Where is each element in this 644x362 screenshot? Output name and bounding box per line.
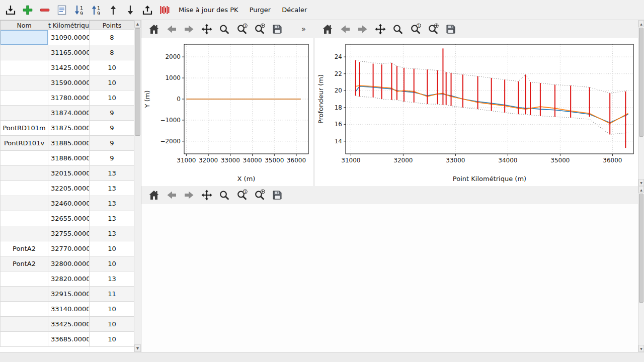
scrollbar-thumb[interactable] xyxy=(135,28,140,136)
table-cell[interactable]: 32915.0000 xyxy=(48,287,90,302)
scrollbar-thumb[interactable] xyxy=(639,28,643,137)
table-cell[interactable]: 32770.0000 xyxy=(48,241,90,256)
move-down-button[interactable] xyxy=(123,3,138,18)
table-cell[interactable] xyxy=(1,196,48,211)
table-cell[interactable]: 10 xyxy=(90,302,135,317)
home-button[interactable] xyxy=(147,189,160,202)
forward-button[interactable] xyxy=(356,23,369,36)
edit-list-button[interactable] xyxy=(54,3,69,18)
column-header-1[interactable]: t Kilométrique xyxy=(48,21,90,30)
pan-button[interactable] xyxy=(374,23,387,36)
table-cell[interactable]: 13 xyxy=(90,196,135,211)
table-cell[interactable]: 13 xyxy=(90,181,135,196)
table-cell[interactable]: 32015.0000 xyxy=(48,166,90,181)
table-cell[interactable]: 9 xyxy=(90,151,135,166)
column-header-0[interactable]: Nom xyxy=(1,21,48,30)
scroll-down-button[interactable]: ▼ xyxy=(638,345,644,352)
table-cell[interactable] xyxy=(1,181,48,196)
table-cell[interactable] xyxy=(1,151,48,166)
table-cell[interactable]: 9 xyxy=(90,121,135,136)
scroll-up-button[interactable]: ▲ xyxy=(638,20,644,27)
remove-row-button[interactable] xyxy=(37,3,52,18)
table-cell[interactable]: 31886.0000 xyxy=(48,151,90,166)
table-cell[interactable] xyxy=(1,317,48,332)
table-cell[interactable]: 32820.0000 xyxy=(48,272,90,287)
zoom-button[interactable] xyxy=(391,23,405,36)
table-cell[interactable]: 31875.0000 xyxy=(48,121,90,136)
profiles-button[interactable] xyxy=(157,3,172,18)
table-cell[interactable] xyxy=(1,287,48,302)
scrollbar-track[interactable] xyxy=(638,27,644,179)
forward-button[interactable] xyxy=(183,23,196,36)
export-button[interactable] xyxy=(140,3,155,18)
table-cell[interactable] xyxy=(1,302,48,317)
scrollbar-track[interactable] xyxy=(638,193,644,345)
table-cell[interactable] xyxy=(1,166,48,181)
zoom-plus-button[interactable] xyxy=(253,23,266,36)
add-row-button[interactable] xyxy=(20,3,35,18)
table-cell[interactable] xyxy=(1,332,48,347)
table-cell[interactable]: 32205.0000 xyxy=(48,181,90,196)
zoom-one-button[interactable]: 1 xyxy=(409,23,422,36)
table-cell[interactable]: PontA2 xyxy=(1,256,48,272)
table-cell[interactable]: 31425.0000 xyxy=(48,60,90,75)
table-cell[interactable] xyxy=(1,211,48,226)
back-button[interactable] xyxy=(339,23,352,36)
figure1-plot[interactable]: 310003200033000340003500036000−2000−1000… xyxy=(141,38,313,186)
table-cell[interactable]: 13 xyxy=(90,211,135,226)
table-cell[interactable]: 31885.0000 xyxy=(48,136,90,151)
scroll-up-button[interactable]: ▲ xyxy=(134,20,141,28)
figure3-canvas[interactable] xyxy=(141,204,638,352)
table-cell[interactable]: 10 xyxy=(90,332,135,347)
back-button[interactable] xyxy=(165,189,178,202)
figure2-canvas[interactable]: 3100032000330003400035000360001416182022… xyxy=(315,38,638,186)
table-scrollbar[interactable]: ▲ ▼ xyxy=(134,20,141,352)
bottom-plots-scrollbar[interactable]: ▲ ▼ xyxy=(638,186,644,352)
table-cell[interactable]: 11 xyxy=(90,287,135,302)
save-figure-button[interactable] xyxy=(271,189,284,202)
update-pk-button[interactable]: Mise à jour des PK xyxy=(174,4,243,16)
table-cell[interactable]: 33140.0000 xyxy=(48,302,90,317)
table-cell[interactable]: 10 xyxy=(90,317,135,332)
table-cell[interactable]: 8 xyxy=(90,45,135,60)
table-cell[interactable] xyxy=(1,75,48,90)
table-cell[interactable]: 32800.0000 xyxy=(48,256,90,272)
table-cell[interactable]: 31780.0000 xyxy=(48,90,90,106)
table-cell[interactable] xyxy=(1,30,48,45)
table-cell[interactable] xyxy=(1,226,48,241)
figure1-canvas[interactable]: 310003200033000340003500036000−2000−1000… xyxy=(141,38,313,186)
table-cell[interactable]: PontRD101v xyxy=(1,136,48,151)
move-up-button[interactable] xyxy=(106,3,121,18)
zoom-plus-button[interactable] xyxy=(427,23,440,36)
table-cell[interactable]: 10 xyxy=(90,60,135,75)
back-button[interactable] xyxy=(165,23,178,36)
table-cell[interactable]: 13 xyxy=(90,166,135,181)
table-cell[interactable]: 33685.0000 xyxy=(48,332,90,347)
table-cell[interactable]: 32460.0000 xyxy=(48,196,90,211)
column-header-2[interactable]: Points xyxy=(90,21,135,30)
table-cell[interactable]: 9 xyxy=(90,136,135,151)
scroll-up-button[interactable]: ▲ xyxy=(638,186,644,193)
top-plots-scrollbar[interactable]: ▲ ▼ xyxy=(638,20,644,186)
table-cell[interactable]: 31165.0000 xyxy=(48,45,90,60)
table-cell[interactable]: PontRD101m xyxy=(1,121,48,136)
table-cell[interactable]: 31874.0000 xyxy=(48,106,90,121)
table-cell[interactable]: 32655.0000 xyxy=(48,211,90,226)
sort-numeric-desc-button[interactable]: 19 xyxy=(71,3,87,18)
zoom-one-button[interactable]: 1 xyxy=(235,23,249,36)
zoom-plus-button[interactable] xyxy=(253,189,266,202)
table-cell[interactable]: 13 xyxy=(90,272,135,287)
pan-button[interactable] xyxy=(200,23,213,36)
table-cell[interactable]: 32755.0000 xyxy=(48,226,90,241)
table-cell[interactable]: 33425.0000 xyxy=(48,317,90,332)
table-cell[interactable] xyxy=(1,90,48,106)
figure2-plot[interactable]: 3100032000330003400035000360001416182022… xyxy=(315,38,638,186)
table-cell[interactable] xyxy=(1,106,48,121)
table-cell[interactable]: 10 xyxy=(90,90,135,106)
forward-button[interactable] xyxy=(183,189,196,202)
table-cell[interactable]: 31090.0000 xyxy=(48,30,90,45)
table-cell[interactable] xyxy=(1,45,48,60)
table-cell[interactable]: 31590.0000 xyxy=(48,75,90,90)
scrollbar-track[interactable] xyxy=(134,28,141,344)
import-button[interactable] xyxy=(3,3,18,18)
